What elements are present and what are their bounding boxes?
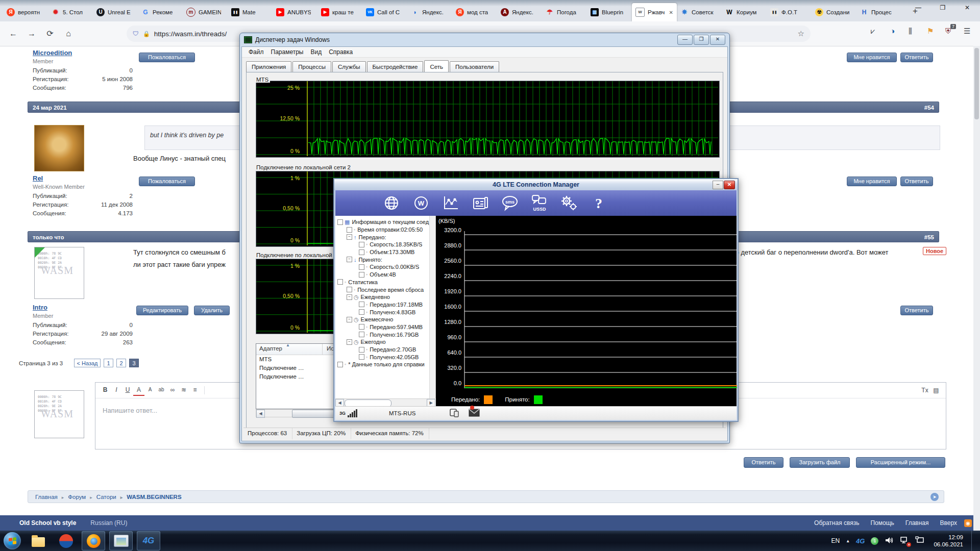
tree-expand-icon[interactable] — [359, 242, 364, 247]
tree-expand-icon[interactable] — [359, 332, 364, 337]
tree-item[interactable]: ◦ Объем:173.30MB — [335, 248, 435, 256]
window-restore-button[interactable]: ❐ — [931, 0, 954, 15]
editor-format-button[interactable]: A — [144, 385, 156, 395]
tree-item[interactable]: ◦ Передано:597.94MB — [335, 323, 435, 331]
tree-expand-icon[interactable] — [337, 362, 343, 367]
tree-item[interactable]: − ↓ Принято: — [335, 256, 435, 263]
wordpress-icon[interactable]: W — [412, 193, 430, 213]
tree-item[interactable]: ◦ Получено:42.05GB — [335, 353, 435, 361]
footer-link[interactable]: Помощь — [870, 519, 894, 527]
browser-tab[interactable]: ✵ Советск — [677, 3, 722, 21]
tree-expand-icon[interactable] — [337, 219, 343, 225]
lte-titlebar[interactable]: 4G LTE Connection Manager – ✕ — [334, 179, 738, 190]
tree-vertical-scrollbar[interactable] — [429, 216, 435, 398]
restore-button[interactable]: ❐ — [694, 35, 709, 45]
tab-close-icon[interactable]: ✕ — [669, 10, 673, 15]
page-scrollbar[interactable] — [973, 46, 980, 531]
show-desktop-button[interactable] — [971, 531, 975, 551]
browser-tab[interactable]: ☢ Создани — [812, 3, 856, 21]
reply-button[interactable]: Ответить — [900, 306, 933, 315]
tree-item[interactable]: ◦ Последнее время сброса — [335, 286, 435, 293]
bookmark-star-icon[interactable]: ☆ — [798, 29, 804, 38]
forward-button[interactable]: → — [24, 27, 39, 41]
tree-expand-icon[interactable]: − — [347, 257, 352, 262]
taskmgr-tab[interactable]: Приложения — [246, 61, 291, 72]
help-icon[interactable]: ? — [590, 193, 608, 213]
share-icon[interactable]: ➤ — [930, 493, 939, 501]
tree-expand-icon[interactable] — [347, 287, 352, 292]
editor-format-button[interactable]: ≡ — [189, 385, 201, 395]
upload-file-button[interactable]: Загрузить файл — [790, 457, 850, 468]
page-number-button[interactable]: 3 — [129, 359, 139, 367]
breadcrumb-item[interactable]: Форум — [58, 494, 86, 500]
browser-tab[interactable]: VK Call of C — [362, 3, 407, 21]
browser-tab[interactable]: m GAMEIN — [183, 3, 228, 21]
mail-icon[interactable] — [469, 409, 480, 418]
network-status-icon[interactable]: ✕ — [900, 536, 909, 546]
settings-gears-icon[interactable] — [560, 193, 578, 213]
author-link[interactable]: Rel — [33, 174, 43, 182]
browser-tab[interactable]: U Unreal E — [93, 3, 138, 21]
editor-format-button[interactable]: Tx — [919, 385, 930, 395]
browser-tab[interactable]: Я мод ста — [452, 3, 497, 21]
contacts-icon[interactable] — [471, 193, 489, 213]
browser-tab[interactable]: ❚❚ Mate — [228, 3, 273, 21]
footer-link[interactable]: Обратная связь — [814, 519, 859, 527]
menu-hamburger-icon[interactable]: ☰ — [964, 27, 970, 36]
tree-item[interactable]: ◦ Получено:4.83GB — [335, 308, 435, 316]
browser-tab[interactable]: ◗ Яндекс. — [407, 3, 452, 21]
editor-format-button[interactable]: A — [133, 385, 144, 396]
delete-button[interactable]: Удалить — [194, 306, 230, 315]
menu-item[interactable]: Справка — [325, 48, 356, 56]
editor-format-button[interactable]: ∞ — [167, 385, 178, 395]
tree-expand-icon[interactable] — [359, 264, 364, 270]
window-close-button[interactable]: ✕ — [955, 0, 979, 15]
browser-tab[interactable]: G Рекоме — [138, 3, 183, 21]
taskmgr-tab[interactable]: Быстродействие — [367, 61, 424, 72]
browser-tab[interactable]: H Процес — [856, 3, 901, 21]
editor-format-button[interactable]: ≋ — [178, 385, 189, 395]
like-button[interactable]: Мне нравится — [847, 53, 897, 62]
browser-tab[interactable]: A Яндекс. — [497, 3, 542, 21]
browser-tab[interactable]: W Ржавч ✕ — [632, 3, 677, 21]
ublock-shield-icon[interactable]: ⛨ 7 — [945, 27, 951, 36]
author-link[interactable]: Microedition — [33, 49, 72, 57]
reply-button[interactable]: Ответить — [900, 177, 933, 186]
home-button[interactable]: ⌂ — [61, 27, 76, 41]
browser-tab[interactable]: ▦ Blueprin — [587, 3, 632, 21]
page-number-button[interactable]: 1 — [104, 359, 113, 367]
editor-format-button[interactable]: ▤ — [930, 385, 942, 395]
author-link[interactable]: Intro — [33, 304, 47, 311]
tree-item[interactable]: − ◷ Ежегодно — [335, 338, 435, 346]
clock[interactable]: 12:09 06.06.2021 — [930, 534, 963, 548]
editor-format-button[interactable]: I — [111, 385, 122, 395]
task-manager-titlebar[interactable]: Диспетчер задач Windows — ❐ ✕ — [240, 33, 729, 46]
tracking-shield-icon[interactable]: 🛡 — [133, 30, 139, 37]
taskbar-firefox-icon[interactable] — [82, 531, 105, 550]
tree-item[interactable]: ◦ Скорость:0.00KB/S — [335, 263, 435, 271]
tree-expand-icon[interactable] — [337, 279, 343, 285]
taskmgr-tab[interactable]: Службы — [332, 61, 366, 72]
tree-item[interactable]: ▦ Информация о текущем соед — [335, 218, 435, 226]
minimize-button[interactable]: – — [713, 181, 723, 189]
theme-moon-icon[interactable]: ◑ — [890, 27, 895, 35]
column-header-adapter[interactable]: Адаптер ▲ — [256, 344, 323, 355]
tree-item[interactable]: ◦ Передано:197.18MB — [335, 301, 435, 309]
tree-expand-icon[interactable]: − — [347, 234, 352, 240]
close-button[interactable]: ✕ — [710, 35, 725, 45]
pocket-icon[interactable]: ⩗ — [871, 27, 875, 36]
rss-icon[interactable]: ◉ — [964, 519, 972, 527]
statistics-chart-icon[interactable] — [442, 193, 460, 213]
tree-item[interactable]: ◦ Время отправки:02:05:50 — [335, 226, 435, 234]
tray-lte-icon[interactable]: 4G — [856, 537, 865, 545]
pc-network-icon[interactable] — [915, 536, 924, 546]
volume-icon[interactable] — [885, 536, 894, 546]
reply-submit-button[interactable]: Ответить — [744, 457, 783, 468]
prev-page-button[interactable]: < Назад — [74, 359, 101, 367]
tree-item[interactable]: ◦ Статистика — [335, 279, 435, 286]
window-minimize-button[interactable]: — — [906, 0, 930, 15]
tree-item[interactable]: ◦ Скорость:18.35KB/S — [335, 241, 435, 248]
bookmarks-flag-icon[interactable]: ⚑ — [927, 27, 934, 36]
hexdump-avatar[interactable]: WASM 0000h: 78 9C0010h: 4F CD0020h: 9E 2… — [34, 247, 84, 299]
taskbar-lte-manager-icon[interactable]: 4G — [137, 531, 160, 550]
